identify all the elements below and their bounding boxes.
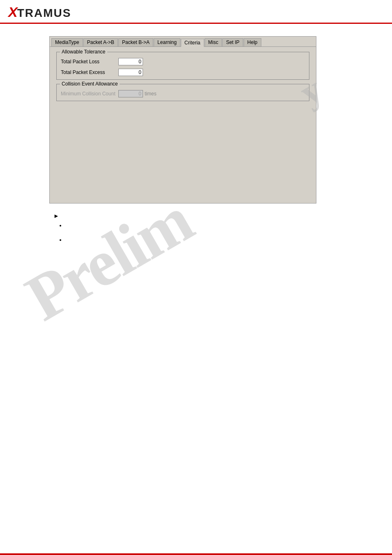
min-collision-count-input[interactable] (118, 90, 143, 97)
tab-bar: MediaType Packet A->B Packet B->A Learni… (50, 37, 316, 47)
tab-packet-ab[interactable]: Packet A->B (83, 38, 118, 46)
tab-criteria[interactable]: Criteria (181, 39, 204, 47)
logo-rest: TRAMUS (17, 7, 71, 19)
criteria-tab-content: Allowable Tolerance Total Packet Loss To… (50, 47, 316, 203)
total-packet-excess-row: Total Packet Excess (61, 69, 305, 76)
total-packet-excess-input[interactable] (118, 69, 143, 76)
bullet-item-1 (66, 222, 384, 229)
min-collision-count-row: Minimum Collision Count times (61, 90, 305, 97)
allowable-tolerance-group: Allowable Tolerance Total Packet Loss To… (56, 52, 309, 80)
tab-help[interactable]: Help (244, 38, 261, 46)
tab-packet-ba[interactable]: Packet B->A (118, 38, 153, 46)
bullet-list (53, 222, 384, 243)
allowable-tolerance-label: Allowable Tolerance (60, 49, 107, 55)
total-packet-loss-input[interactable] (118, 58, 143, 65)
collision-event-group: Collision Event Allowance Minimum Collis… (56, 84, 309, 101)
times-suffix: times (145, 91, 157, 97)
tab-misc[interactable]: Misc (205, 38, 222, 46)
total-packet-loss-row: Total Packet Loss (61, 58, 305, 65)
bullet-item-2 (66, 237, 384, 243)
footer-bar (0, 553, 392, 555)
logo-x: X (8, 4, 17, 20)
tab-panel: y MediaType Packet A->B Packet B->A Lear… (49, 36, 316, 204)
tab-mediatype[interactable]: MediaType (51, 38, 83, 46)
notes-section: ► (49, 212, 384, 243)
total-packet-loss-label: Total Packet Loss (61, 59, 118, 65)
arrow-icon: ► (53, 213, 59, 219)
collision-event-label: Collision Event Allowance (60, 81, 120, 87)
preliminary-watermark: Prelim (13, 182, 204, 336)
tab-setip[interactable]: Set IP (222, 38, 243, 46)
logo: XTRAMUS (8, 4, 71, 20)
main-content: y MediaType Packet A->B Packet B->A Lear… (0, 24, 392, 259)
min-collision-count-label: Minimum Collision Count (61, 91, 118, 97)
total-packet-excess-label: Total Packet Excess (61, 69, 118, 75)
note-arrow: ► (53, 212, 384, 219)
tab-learning[interactable]: Learning (154, 38, 180, 46)
header: XTRAMUS (0, 0, 392, 24)
